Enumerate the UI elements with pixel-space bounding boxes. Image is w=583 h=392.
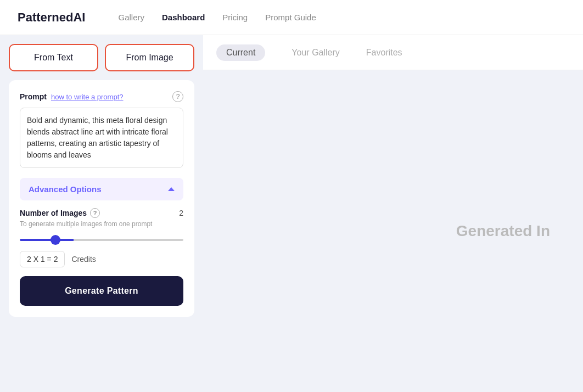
- prompt-label: Prompt: [20, 92, 47, 101]
- prompt-how-to-link[interactable]: how to write a prompt?: [51, 93, 124, 101]
- nav-pricing[interactable]: Pricing: [222, 13, 248, 22]
- credits-formula-box: 2 X 1 = 2: [20, 251, 65, 267]
- num-images-label: Number of Images: [20, 209, 87, 217]
- tab-current[interactable]: Current: [216, 44, 265, 61]
- from-text-tab[interactable]: From Text: [9, 44, 98, 71]
- chevron-up-icon: [168, 187, 175, 191]
- advanced-options-button[interactable]: Advanced Options: [20, 178, 183, 200]
- nav-gallery[interactable]: Gallery: [118, 13, 144, 22]
- credits-label: Credits: [71, 255, 96, 264]
- prompt-textarea[interactable]: Bold and dynamic, this meta floral desig…: [20, 108, 183, 168]
- num-images-slider-container: [20, 233, 183, 243]
- nav-dashboard[interactable]: Dashboard: [162, 13, 205, 22]
- header: PatternedAI Gallery Dashboard Pricing Pr…: [0, 0, 583, 35]
- prompt-help-icon[interactable]: ?: [172, 91, 183, 102]
- tab-favorites[interactable]: Favorites: [366, 46, 402, 60]
- nav-prompt-guide[interactable]: Prompt Guide: [265, 13, 316, 22]
- num-images-subtext: To generate multiple images from one pro…: [20, 220, 183, 228]
- main-layout: From Text From Image Prompt how to write…: [0, 35, 583, 392]
- generation-card: Prompt how to write a prompt? ? Bold and…: [9, 80, 194, 317]
- logo: PatternedAI: [18, 10, 85, 25]
- generated-in-text: Generated In: [456, 222, 550, 240]
- credits-row: 2 X 1 = 2 Credits: [20, 251, 183, 267]
- right-tabs-row: Current Your Gallery Favorites: [203, 35, 583, 70]
- num-images-help-icon[interactable]: ?: [90, 208, 100, 218]
- source-tab-row: From Text From Image: [9, 44, 194, 71]
- num-images-row: Number of Images ? 2: [20, 208, 183, 218]
- prompt-row: Prompt how to write a prompt? ?: [20, 91, 183, 102]
- tab-your-gallery[interactable]: Your Gallery: [292, 46, 339, 60]
- advanced-options-label: Advanced Options: [29, 184, 102, 194]
- nav: Gallery Dashboard Pricing Prompt Guide: [118, 13, 316, 22]
- left-panel: From Text From Image Prompt how to write…: [0, 35, 203, 392]
- generate-pattern-button[interactable]: Generate Pattern: [20, 276, 183, 306]
- num-images-value: 2: [179, 209, 183, 217]
- num-images-slider[interactable]: [20, 239, 183, 241]
- right-content-area: Generated In: [203, 70, 583, 392]
- from-image-tab[interactable]: From Image: [105, 44, 194, 71]
- num-images-label-group: Number of Images ?: [20, 208, 100, 218]
- right-panel: Current Your Gallery Favorites Generated…: [203, 35, 583, 392]
